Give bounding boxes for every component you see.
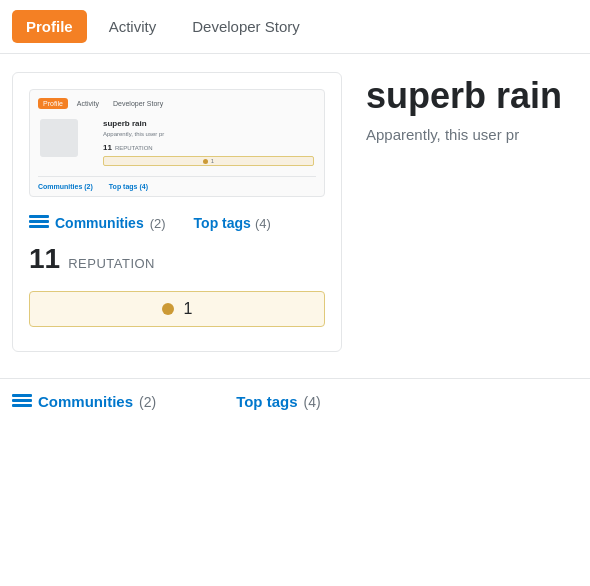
- mini-rep-number: 11: [103, 143, 112, 152]
- tab-profile[interactable]: Profile: [12, 10, 87, 43]
- bottom-communities-icon: [12, 394, 32, 410]
- mini-nav: Profile Activity Developer Story: [38, 98, 316, 109]
- mini-username: superb rain: [103, 119, 314, 128]
- bottom-row: Communities (2) Top tags (4): [0, 378, 590, 410]
- svg-rect-2: [29, 225, 49, 228]
- mini-content: superb rain Apparently, this user pr 11 …: [38, 115, 316, 170]
- svg-rect-0: [29, 215, 49, 218]
- svg-rect-5: [12, 404, 32, 407]
- badge-count: 1: [184, 300, 193, 318]
- mini-rep-label: REPUTATION: [115, 145, 153, 151]
- communities-icon: [29, 215, 49, 231]
- bottom-communities-section: Communities (2): [12, 393, 156, 410]
- mini-badge-dot: [203, 159, 208, 164]
- bottom-top-tags-section: Top tags (4): [236, 393, 321, 410]
- user-bio: Apparently, this user pr: [366, 126, 578, 143]
- svg-rect-4: [12, 399, 32, 402]
- profile-details: superb rain Apparently, this user pr: [366, 72, 578, 352]
- main-content: Profile Activity Developer Story superb …: [0, 54, 590, 370]
- reputation-number: 11: [29, 243, 60, 275]
- bottom-top-tags-count: (4): [304, 394, 321, 410]
- svg-rect-1: [29, 220, 49, 223]
- mini-top-tags-label: Top tags (4): [109, 183, 148, 190]
- tab-activity[interactable]: Activity: [95, 10, 171, 43]
- mini-right-col: superb rain Apparently, this user pr 11 …: [103, 119, 314, 166]
- preview-card: Profile Activity Developer Story superb …: [12, 72, 342, 352]
- mini-left-col: [40, 119, 95, 166]
- mini-rep-row: 11 REPUTATION: [103, 143, 314, 152]
- mini-communities-row: Communities (2) Top tags (4): [38, 176, 316, 190]
- bottom-top-tags-label: Top tags: [236, 393, 297, 410]
- bottom-communities-label: Communities: [38, 393, 133, 410]
- mini-communities-label: Communities (2): [38, 183, 93, 190]
- badge-dot-icon: [162, 303, 174, 315]
- tab-developer-story[interactable]: Developer Story: [178, 10, 314, 43]
- top-tags-section: Top tags (4): [194, 215, 271, 231]
- bottom-communities-count: (2): [139, 394, 156, 410]
- communities-section: Communities (2): [29, 215, 166, 231]
- communities-label: Communities: [55, 215, 144, 231]
- reputation-row: 11 REPUTATION: [29, 243, 325, 275]
- top-tags-count: (4): [255, 216, 271, 231]
- top-tags-label: Top tags: [194, 215, 251, 231]
- username-title: superb rain: [366, 76, 578, 116]
- reputation-label: REPUTATION: [68, 256, 155, 271]
- mini-tab-profile: Profile: [38, 98, 68, 109]
- mini-badge-count: 1: [211, 158, 214, 164]
- mini-preview: Profile Activity Developer Story superb …: [29, 89, 325, 197]
- card-sections-row: Communities (2) Top tags (4): [29, 215, 325, 231]
- mini-bio: Apparently, this user pr: [103, 131, 314, 137]
- svg-rect-3: [12, 394, 32, 397]
- badge-bar: 1: [29, 291, 325, 327]
- mini-tab-activity: Activity: [72, 98, 104, 109]
- mini-tab-developer-story: Developer Story: [108, 98, 168, 109]
- mini-badge-bar: 1: [103, 156, 314, 166]
- communities-count: (2): [150, 216, 166, 231]
- top-nav: Profile Activity Developer Story: [0, 0, 590, 54]
